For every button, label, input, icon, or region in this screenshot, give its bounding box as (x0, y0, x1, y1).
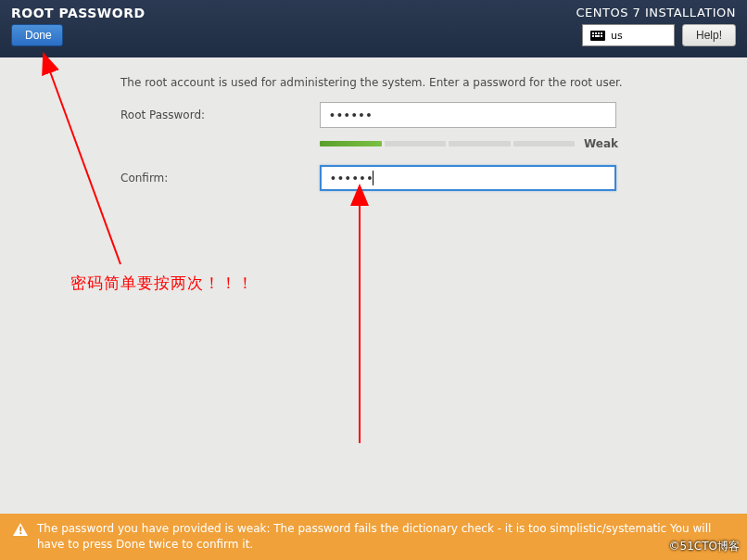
install-title: CENTOS 7 INSTALLATION (576, 6, 736, 19)
confirm-label: Confirm: (120, 172, 320, 185)
strength-row: Weak (120, 137, 710, 150)
done-button[interactable]: Done (11, 24, 63, 46)
text-cursor (373, 171, 374, 185)
confirm-password-input[interactable]: •••••• (320, 165, 616, 191)
annotation-text: 密码简单要按两次！！！ (70, 273, 254, 294)
warning-icon (13, 523, 28, 536)
header-bar: ROOT PASSWORD Done CENTOS 7 INSTALLATION… (0, 0, 747, 57)
password-strength-bar (320, 141, 575, 146)
strength-seg-2 (385, 141, 447, 146)
header-left: ROOT PASSWORD Done (11, 6, 146, 52)
keyboard-layout-selector[interactable]: us (582, 24, 675, 46)
strength-seg-4 (513, 141, 576, 146)
header-controls: us Help! (582, 24, 736, 46)
strength-seg-3 (449, 141, 511, 146)
page-title: ROOT PASSWORD (11, 6, 146, 20)
root-password-input[interactable]: •••••• (320, 102, 616, 128)
header-right: CENTOS 7 INSTALLATION us Help! (576, 6, 736, 52)
confirm-value: •••••• (331, 171, 374, 185)
confirm-row: Confirm: •••••• (120, 165, 710, 191)
password-value: •••••• (330, 108, 374, 122)
instruction-text: The root account is used for administeri… (120, 76, 710, 89)
warning-bar: The password you have provided is weak: … (0, 514, 747, 560)
strength-label: Weak (584, 137, 618, 150)
password-row: Root Password: •••••• (120, 102, 710, 128)
content-area: The root account is used for administeri… (0, 57, 747, 219)
keyboard-layout-label: us (611, 30, 623, 42)
keyboard-icon (590, 31, 605, 41)
warning-text: The password you have provided is weak: … (37, 521, 734, 553)
watermark: ©51CTO博客 (669, 539, 740, 554)
password-label: Root Password: (120, 108, 320, 121)
help-button[interactable]: Help! (682, 24, 736, 46)
strength-seg-1 (320, 141, 382, 146)
